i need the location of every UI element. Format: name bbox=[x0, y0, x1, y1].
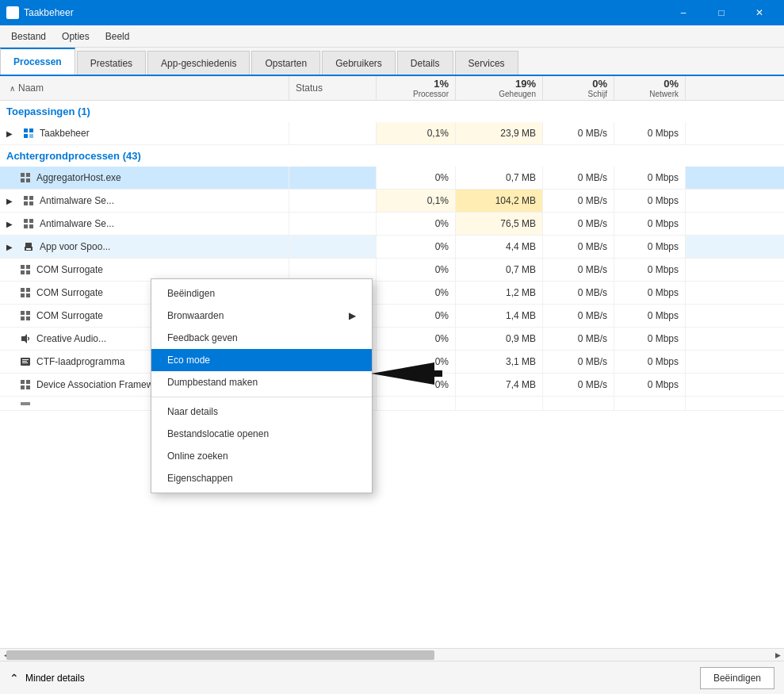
col-schijf[interactable]: 0% Schijf bbox=[543, 76, 614, 100]
table-row[interactable]: ▶ App voor Spoo... 0% 4,4 MB 0 MB/s 0 Mb… bbox=[0, 236, 784, 259]
section-toepassingen: Toepassingen (1) bbox=[0, 101, 784, 122]
ctx-naardetails[interactable]: Naar details bbox=[151, 401, 372, 423]
less-details-btn[interactable]: ⌃ Minder details bbox=[10, 672, 85, 684]
svg-rect-25 bbox=[21, 270, 25, 274]
svg-rect-9 bbox=[26, 173, 30, 177]
table-row[interactable]: ▶ Taakbeheer 0,1% 23,9 MB 0 MB/s 0 Mbps bbox=[0, 122, 784, 145]
cell-name-taakbeheer: ▶ Taakbeheer bbox=[0, 122, 289, 144]
ctx-feedback[interactable]: Feedback geven bbox=[151, 327, 372, 349]
hscroll-thumb[interactable] bbox=[6, 650, 434, 660]
col-netwerk-label: Netwerk bbox=[649, 90, 679, 98]
cell-cpu: 0% bbox=[377, 213, 456, 235]
hscroll-right-icon[interactable]: ▶ bbox=[771, 649, 784, 661]
tab-opstarten[interactable]: Opstarten bbox=[251, 51, 320, 75]
titlebar-title: Taakbeheer bbox=[24, 7, 74, 18]
svg-rect-16 bbox=[24, 219, 28, 223]
tab-details[interactable]: Details bbox=[397, 51, 453, 75]
expand-icon[interactable]: ▶ bbox=[6, 129, 13, 138]
ctx-divider bbox=[151, 397, 372, 397]
col-status[interactable]: Status bbox=[289, 76, 377, 100]
table-row[interactable]: COM Surrogate 0% 1,4 MB 0 MB/s 0 Mbps bbox=[0, 305, 784, 328]
table-row[interactable]: COM Surrogate 0% 1,2 MB 0 MB/s 0 Mbps bbox=[0, 282, 784, 305]
svg-rect-19 bbox=[29, 224, 33, 228]
main-content: ∧ Naam Status 1% Processor 19% Geheugen … bbox=[0, 76, 784, 661]
svg-rect-21 bbox=[25, 243, 32, 247]
minimize-button[interactable]: – bbox=[665, 0, 702, 25]
tab-gebruikers[interactable]: Gebruikers bbox=[322, 51, 396, 75]
col-naam[interactable]: ∧ Naam bbox=[0, 76, 289, 100]
cell-status bbox=[289, 259, 377, 281]
table-row[interactable] bbox=[0, 397, 784, 411]
cell-mem: 0,9 MB bbox=[456, 328, 543, 350]
svg-marker-45 bbox=[371, 362, 442, 385]
cell-mem: 0,7 MB bbox=[456, 167, 543, 189]
close-button[interactable]: ✕ bbox=[741, 0, 778, 25]
svg-rect-28 bbox=[26, 288, 30, 292]
tab-services[interactable]: Services bbox=[455, 51, 518, 75]
process-name: COM Surrogate bbox=[36, 310, 103, 321]
expand-icon[interactable]: ▶ bbox=[6, 197, 13, 205]
titlebar-controls: – □ ✕ bbox=[665, 0, 778, 25]
svg-rect-24 bbox=[26, 265, 30, 269]
svg-rect-7 bbox=[29, 134, 33, 138]
svg-rect-12 bbox=[24, 196, 28, 200]
ctx-beindigen[interactable]: Beëindigen bbox=[151, 282, 372, 305]
col-naam-label: Naam bbox=[18, 82, 44, 94]
cell-net: 0 Mbps bbox=[614, 213, 686, 235]
ctx-ecomode[interactable]: Eco mode bbox=[151, 349, 372, 371]
col-geheugen-label: Geheugen bbox=[499, 90, 536, 98]
partial-icon bbox=[19, 397, 32, 410]
svg-rect-0 bbox=[8, 8, 12, 12]
svg-rect-34 bbox=[26, 316, 30, 320]
cell-name-antimalware2: ▶ Antimalware Se... bbox=[0, 213, 289, 235]
ctx-eigenschappen[interactable]: Eigenschappen bbox=[151, 467, 372, 489]
hscroll-area[interactable]: ◀ ▶ bbox=[0, 648, 784, 661]
cell-mem: 76,5 MB bbox=[456, 213, 543, 235]
process-name: Creative Audio... bbox=[36, 333, 106, 344]
process-name: Antimalware Se... bbox=[40, 218, 114, 229]
svg-rect-40 bbox=[21, 380, 25, 384]
col-geheugen[interactable]: 19% Geheugen bbox=[456, 76, 543, 100]
cell-cpu: 0% bbox=[377, 328, 456, 350]
table-row[interactable]: Creative Audio... 0% 0,9 MB 0 MB/s 0 Mbp… bbox=[0, 328, 784, 351]
menu-beeld[interactable]: Beeld bbox=[98, 28, 138, 45]
eco-arrow bbox=[371, 362, 442, 385]
cell-cpu: 0% bbox=[377, 305, 456, 327]
cell-cpu bbox=[377, 397, 456, 410]
expand-icon[interactable]: ▶ bbox=[6, 243, 13, 251]
ctx-bestandslocatie[interactable]: Bestandslocatie openen bbox=[151, 423, 372, 445]
expand-icon[interactable]: ▶ bbox=[6, 220, 13, 228]
cell-net bbox=[614, 397, 686, 410]
cell-net: 0 Mbps bbox=[614, 282, 686, 304]
maximize-button[interactable]: □ bbox=[703, 0, 740, 25]
ctx-onlinezoeken[interactable]: Online zoeken bbox=[151, 445, 372, 467]
process-name: CTF-laadprogramma bbox=[36, 356, 124, 367]
col-processor[interactable]: 1% Processor bbox=[377, 76, 456, 100]
table-row[interactable]: ▶ Antimalware Se... 0% 76,5 MB 0 MB/s 0 … bbox=[0, 213, 784, 236]
tab-prestaties[interactable]: Prestaties bbox=[77, 51, 146, 75]
cell-mem: 0,7 MB bbox=[456, 259, 543, 281]
menu-bestand[interactable]: Bestand bbox=[3, 28, 54, 45]
aggregator-icon bbox=[19, 171, 32, 184]
svg-rect-30 bbox=[26, 293, 30, 297]
tab-appgeschiedenis[interactable]: App-geschiedenis bbox=[147, 51, 250, 75]
cell-status bbox=[289, 122, 377, 144]
cell-name-aggregator: AggregatorHost.exe bbox=[0, 167, 289, 189]
col-processor-pct: 1% bbox=[434, 78, 449, 90]
ctx-bronwaarden[interactable]: Bronwaarden ▶ bbox=[151, 305, 372, 327]
table-row[interactable]: COM Surrogate 0% 0,7 MB 0 MB/s 0 Mbps bbox=[0, 259, 784, 282]
ctx-dumpbestand[interactable]: Dumpbestand maken bbox=[151, 371, 372, 393]
svg-rect-26 bbox=[26, 270, 30, 274]
tab-processen[interactable]: Processen bbox=[0, 48, 75, 75]
table-row[interactable]: AggregatorHost.exe 0% 0,7 MB 0 MB/s 0 Mb… bbox=[0, 167, 784, 190]
cell-status bbox=[289, 190, 377, 212]
svg-rect-37 bbox=[22, 359, 29, 360]
cell-disk: 0 MB/s bbox=[543, 351, 614, 373]
end-task-button[interactable]: Beëindigen bbox=[700, 667, 774, 689]
col-schijf-pct: 0% bbox=[592, 78, 607, 90]
menu-opties[interactable]: Opties bbox=[54, 28, 98, 45]
cell-mem: 104,2 MB bbox=[456, 190, 543, 212]
cell-cpu: 0% bbox=[377, 259, 456, 281]
col-netwerk[interactable]: 0% Netwerk bbox=[614, 76, 686, 100]
table-row[interactable]: ▶ Antimalware Se... 0,1% 104,2 MB 0 MB/s… bbox=[0, 190, 784, 213]
